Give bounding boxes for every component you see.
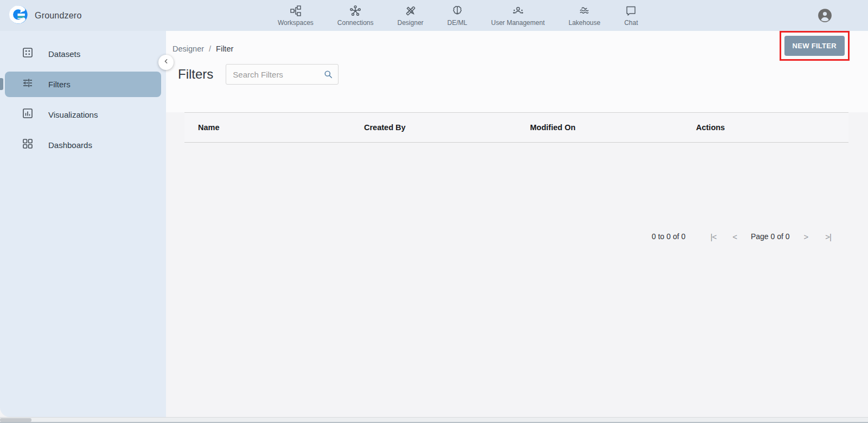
deml-icon [451,4,464,17]
column-header-created-by: Created By [350,123,516,132]
pagination: 0 to 0 of 0 |< < Page 0 of 0 > >| [166,232,868,241]
search-icon[interactable] [323,69,334,82]
annotation-highlight: NEW FILTER [780,31,850,61]
page-title: Filters [178,67,213,82]
horizontal-scrollbar [0,417,868,423]
sidebar-item-visualizations[interactable]: Visualizations [5,99,161,130]
visualizations-icon [21,107,34,122]
filters-table: Name Created By Modified On Actions [184,112,848,143]
search-box [226,64,339,85]
main-content: Designer / Filter NEW FILTER Filters Nam… [166,31,868,417]
nav-item-chat[interactable]: Chat [624,4,638,27]
brand[interactable]: Groundzero [0,4,82,27]
workspaces-icon [289,4,302,17]
selected-item-accent-bar [0,78,3,90]
pagination-page-text: Page 0 of 0 [751,232,790,241]
lakehouse-icon [578,4,591,17]
sidebar-item-filters[interactable]: Filters [5,72,161,97]
sidebar: Datasets Filters Visualizations [0,31,166,417]
column-header-name: Name [184,123,350,132]
table-header-row: Name Created By Modified On Actions [184,113,848,143]
nav-item-user-management[interactable]: User Management [491,4,545,27]
first-page-icon[interactable]: |< [711,233,717,241]
sidebar-item-dashboards[interactable]: Dashboards [5,130,161,160]
sidebar-item-datasets[interactable]: Datasets [5,39,161,69]
breadcrumb: Designer / Filter [166,44,868,53]
column-header-actions: Actions [682,123,848,132]
brand-name: Groundzero [35,11,82,21]
chevron-left-icon [162,57,170,68]
groundzero-logo [8,4,29,27]
nav-item-designer[interactable]: Designer [398,4,424,27]
sidebar-list: Datasets Filters Visualizations [0,31,166,160]
app-header: Groundzero Workspaces [0,0,868,31]
column-header-modified-on: Modified On [516,123,682,132]
filters-icon [21,76,34,92]
dashboards-icon [21,137,34,152]
next-page-icon[interactable]: > [804,233,808,241]
nav-item-lakehouse[interactable]: Lakehouse [569,4,601,27]
connections-icon [349,4,362,17]
new-filter-button[interactable]: NEW FILTER [784,36,845,56]
nav-item-workspaces[interactable]: Workspaces [278,4,314,27]
breadcrumb-separator: / [209,44,211,53]
horizontal-scrollbar-thumb[interactable] [0,418,31,422]
datasets-icon [21,46,34,61]
top-nav: Workspaces Connections [278,0,638,31]
designer-icon [404,4,417,17]
user-avatar-icon[interactable] [818,8,832,23]
page-header-band: Designer / Filter NEW FILTER Filters [166,31,868,112]
nav-item-connections[interactable]: Connections [337,4,374,27]
chat-icon [624,4,637,17]
breadcrumb-filter: Filter [216,44,233,53]
search-input[interactable] [226,64,339,85]
nav-item-deml[interactable]: DE/ML [448,4,468,27]
filters-row: Filters [166,64,868,85]
sidebar-collapse-button[interactable] [158,55,174,70]
breadcrumb-designer[interactable]: Designer [173,44,204,53]
pagination-range-text: 0 to 0 of 0 [652,232,685,241]
previous-page-icon[interactable]: < [732,233,737,241]
last-page-icon[interactable]: >| [825,233,831,241]
user-management-icon [512,4,525,17]
